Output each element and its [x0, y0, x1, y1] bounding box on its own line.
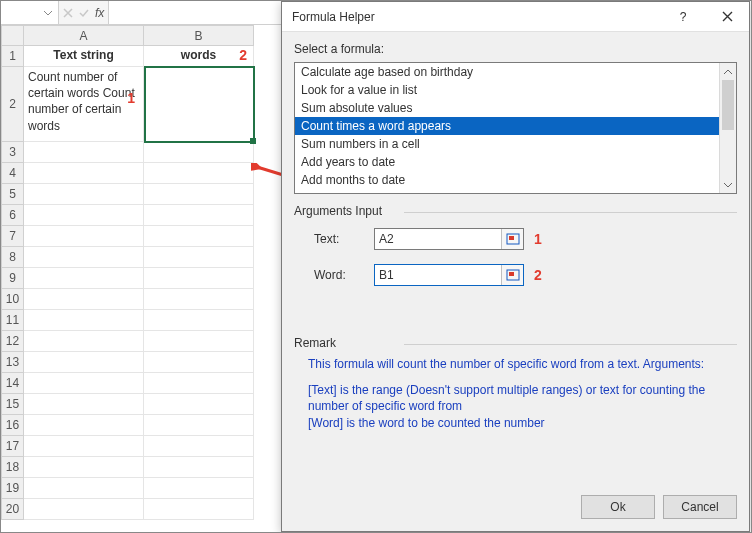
chevron-down-icon [724, 181, 732, 189]
row-header[interactable]: 6 [2, 205, 24, 226]
cell[interactable] [24, 331, 144, 352]
chevron-down-icon [44, 9, 52, 17]
cell[interactable] [144, 415, 254, 436]
row-header[interactable]: 13 [2, 352, 24, 373]
select-all-corner[interactable] [2, 26, 24, 46]
scroll-track[interactable] [720, 80, 736, 176]
row-header[interactable]: 5 [2, 184, 24, 205]
cell-text: Text string [53, 48, 113, 62]
row-header[interactable]: 14 [2, 373, 24, 394]
row-header[interactable]: 7 [2, 226, 24, 247]
formula-list-item[interactable]: Add years to date [295, 153, 719, 171]
cell[interactable] [24, 457, 144, 478]
cell-a2[interactable]: Count number of certain words Count numb… [24, 67, 144, 142]
row-header[interactable]: 12 [2, 331, 24, 352]
formula-list-item[interactable]: Calculate age based on birthday [295, 63, 719, 81]
row-header[interactable]: 18 [2, 457, 24, 478]
scroll-thumb[interactable] [722, 80, 734, 130]
formula-listbox[interactable]: Calculate age based on birthdayLook for … [294, 62, 737, 194]
cell[interactable] [144, 184, 254, 205]
formula-list-item[interactable]: Sum absolute values [295, 99, 719, 117]
cell[interactable] [144, 247, 254, 268]
cell-a1[interactable]: Text string [24, 46, 144, 67]
help-button[interactable]: ? [661, 2, 705, 32]
formula-list-item[interactable]: Sum numbers in a cell [295, 135, 719, 153]
cell[interactable] [24, 142, 144, 163]
column-header-a[interactable]: A [24, 26, 144, 46]
formula-list-item[interactable]: Add days to date [295, 189, 719, 193]
formula-list-item[interactable]: Look for a value in list [295, 81, 719, 99]
scroll-up-button[interactable] [720, 63, 736, 80]
cell[interactable] [144, 457, 254, 478]
cell[interactable] [144, 268, 254, 289]
argument-row-text: Text: A2 1 [294, 228, 737, 250]
row-header[interactable]: 15 [2, 394, 24, 415]
row-header[interactable]: 11 [2, 310, 24, 331]
cell[interactable] [144, 310, 254, 331]
cell[interactable] [24, 184, 144, 205]
close-button[interactable] [705, 2, 749, 32]
row-header[interactable]: 1 [2, 46, 24, 67]
cell[interactable] [24, 163, 144, 184]
cell-b1[interactable]: words 2 [144, 46, 254, 67]
cancel-button[interactable]: Cancel [663, 495, 737, 519]
cell[interactable] [144, 478, 254, 499]
name-box[interactable] [1, 1, 59, 24]
arg-word-label: Word: [314, 268, 374, 282]
row-header[interactable]: 4 [2, 163, 24, 184]
row-header[interactable]: 3 [2, 142, 24, 163]
cell[interactable] [24, 226, 144, 247]
cell[interactable] [24, 247, 144, 268]
row-header[interactable]: 2 [2, 67, 24, 142]
arg-word-input[interactable]: B1 [374, 264, 524, 286]
formula-list-item[interactable]: Count times a word appears [295, 117, 719, 135]
formula-input[interactable] [109, 1, 281, 24]
cell-b2[interactable] [144, 67, 254, 142]
cell[interactable] [24, 268, 144, 289]
cell[interactable] [144, 163, 254, 184]
chevron-up-icon [724, 68, 732, 76]
row-header[interactable]: 8 [2, 247, 24, 268]
cell[interactable] [24, 289, 144, 310]
arg-text-input[interactable]: A2 [374, 228, 524, 250]
row-header[interactable]: 16 [2, 415, 24, 436]
row-header[interactable]: 20 [2, 499, 24, 520]
cell[interactable] [24, 478, 144, 499]
cell[interactable] [24, 499, 144, 520]
fx-label[interactable]: fx [95, 6, 104, 20]
cell[interactable] [24, 205, 144, 226]
cell[interactable] [24, 310, 144, 331]
row-header[interactable]: 17 [2, 436, 24, 457]
row-header[interactable]: 9 [2, 268, 24, 289]
cell[interactable] [144, 226, 254, 247]
range-picker-button[interactable] [501, 229, 523, 249]
row-header[interactable]: 10 [2, 289, 24, 310]
cell[interactable] [24, 415, 144, 436]
cell[interactable] [144, 436, 254, 457]
cell[interactable] [144, 499, 254, 520]
formula-controls: fx [59, 1, 109, 24]
cell[interactable] [24, 436, 144, 457]
cell[interactable] [144, 352, 254, 373]
dialog-titlebar[interactable]: Formula Helper ? [282, 2, 749, 32]
range-picker-button[interactable] [501, 265, 523, 285]
spreadsheet-area: fx A B 1 Text string words 2 2 Count [1, 1, 281, 533]
cell[interactable] [144, 142, 254, 163]
cancel-formula-icon[interactable] [63, 8, 73, 18]
cell[interactable] [24, 352, 144, 373]
row-header[interactable]: 19 [2, 478, 24, 499]
cell[interactable] [24, 394, 144, 415]
cell[interactable] [144, 373, 254, 394]
ok-button[interactable]: Ok [581, 495, 655, 519]
cell[interactable] [24, 373, 144, 394]
column-header-b[interactable]: B [144, 26, 254, 46]
grid[interactable]: A B 1 Text string words 2 2 Count number… [1, 25, 281, 520]
formula-list-item[interactable]: Add months to date [295, 171, 719, 189]
cell[interactable] [144, 205, 254, 226]
accept-formula-icon[interactable] [79, 8, 89, 18]
cell[interactable] [144, 331, 254, 352]
cell[interactable] [144, 289, 254, 310]
cell[interactable] [144, 394, 254, 415]
scrollbar[interactable] [719, 63, 736, 193]
scroll-down-button[interactable] [720, 176, 736, 193]
